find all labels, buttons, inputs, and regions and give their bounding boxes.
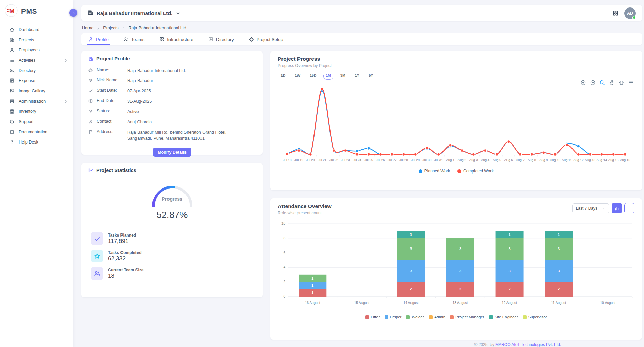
data-point[interactable] <box>356 150 358 152</box>
field-label: Address: <box>97 129 127 134</box>
data-point[interactable] <box>367 153 370 156</box>
range-1m[interactable]: 1M <box>325 73 332 78</box>
legend-fitter[interactable]: Fitter <box>365 315 380 319</box>
legend-site-engineer[interactable]: Site Engineer <box>489 315 518 319</box>
zoom-out-icon[interactable] <box>590 80 596 86</box>
sidebar-item-label: Projects <box>19 37 68 42</box>
legend-planned-work[interactable]: Planned Work <box>419 169 450 174</box>
data-point[interactable] <box>367 147 370 150</box>
tab-profile[interactable]: Profile <box>88 33 109 45</box>
data-point[interactable] <box>356 153 358 156</box>
data-point[interactable] <box>496 153 498 156</box>
bar-view-button[interactable] <box>612 203 622 213</box>
legend-welder[interactable]: Welder <box>406 315 424 319</box>
data-point[interactable] <box>565 144 568 146</box>
chart-menu-icon[interactable] <box>628 80 634 86</box>
data-point[interactable] <box>344 149 347 152</box>
sidebar-item-image-gallary[interactable]: Image Gallary <box>0 86 73 96</box>
date-range-dropdown[interactable]: Last 7 Days <box>572 203 609 213</box>
data-point[interactable] <box>437 153 440 156</box>
breadcrumb-separator <box>122 26 126 30</box>
legend-completed-work[interactable]: Completed Work <box>457 169 494 174</box>
apps-grid-icon[interactable] <box>612 10 619 16</box>
line-chart[interactable]: Jul 18Jul 19Jul 20Jul 21Jul 22Jul 23Jul … <box>278 82 634 168</box>
avatar[interactable]: AD <box>624 7 636 19</box>
range-1d[interactable]: 1D <box>280 73 286 78</box>
data-point[interactable] <box>507 140 510 143</box>
footer-link[interactable]: MARCO AIoT Technologies Pvt. Ltd. <box>495 342 561 347</box>
legend-swatch <box>406 315 410 319</box>
data-point[interactable] <box>519 153 521 156</box>
legend-admin[interactable]: Admin <box>429 315 446 319</box>
svg-text:2: 2 <box>459 287 461 291</box>
sidebar-item-expense[interactable]: Expense <box>0 76 73 86</box>
tab-directory[interactable]: Directory <box>208 33 234 45</box>
data-point[interactable] <box>554 153 557 156</box>
data-point[interactable] <box>577 145 580 148</box>
app-root: M PMS DashboardProjectsEmployeesActiviti… <box>0 0 644 347</box>
home-icon <box>9 27 15 32</box>
range-1y[interactable]: 1Y <box>354 73 360 78</box>
tab-infrastructure[interactable]: Infrastructure <box>159 33 193 45</box>
data-point[interactable] <box>484 149 486 152</box>
sidebar-item-projects[interactable]: Projects <box>0 35 73 45</box>
selection-zoom-icon[interactable] <box>599 80 605 86</box>
sidebar-item-documentation[interactable]: Documentation <box>0 127 73 137</box>
data-point[interactable] <box>321 88 323 90</box>
data-point[interactable] <box>425 147 428 149</box>
data-point[interactable] <box>577 153 580 156</box>
data-point[interactable] <box>391 153 393 156</box>
data-point[interactable] <box>309 153 312 156</box>
sidebar-menu: DashboardProjectsEmployeesActivitiesDire… <box>0 21 73 147</box>
tab-label: Directory <box>216 37 234 42</box>
range-5y[interactable]: 5Y <box>368 73 374 78</box>
image-icon <box>9 88 15 94</box>
data-point[interactable] <box>297 149 300 152</box>
data-point[interactable] <box>530 153 533 156</box>
sidebar-item-administration[interactable]: Administration <box>0 96 73 106</box>
logo[interactable]: M PMS <box>0 0 73 21</box>
sidebar-item-support[interactable]: Support <box>0 117 73 127</box>
modify-details-button[interactable]: Modify Details <box>153 148 191 157</box>
sidebar-item-inventory[interactable]: Inventory <box>0 106 73 117</box>
bar-chart[interactable]: 024681016 August11115 August14 August233… <box>278 220 634 314</box>
sidebar-item-directory[interactable]: Directory <box>0 65 73 76</box>
tab-project-setup[interactable]: Project Setup <box>249 33 283 45</box>
data-point[interactable] <box>600 153 603 156</box>
data-point[interactable] <box>402 153 405 156</box>
data-point[interactable] <box>286 153 289 155</box>
legend-project-manager[interactable]: Project Manager <box>450 315 484 319</box>
sidebar-item-employees[interactable]: Employees <box>0 45 73 55</box>
tab-teams[interactable]: Teams <box>124 33 144 45</box>
svg-text:8: 8 <box>283 236 285 240</box>
sidebar-item-help-desk[interactable]: Help Desk <box>0 137 73 147</box>
data-point[interactable] <box>449 144 452 147</box>
legend-helper[interactable]: Helper <box>385 315 402 319</box>
data-point[interactable] <box>461 149 463 152</box>
legend-swatch <box>385 315 388 319</box>
data-point[interactable] <box>472 153 475 156</box>
table-view-button[interactable] <box>624 203 634 213</box>
range-3m[interactable]: 3M <box>339 73 347 78</box>
sidebar-item-activities[interactable]: Activities <box>0 55 73 65</box>
data-point[interactable] <box>612 153 615 156</box>
legend-supervisor[interactable]: Supervisor <box>523 315 547 319</box>
data-point[interactable] <box>589 153 591 156</box>
range-15d[interactable]: 15D <box>309 73 317 78</box>
breadcrumb-item-home[interactable]: Home <box>82 26 93 30</box>
stat-value: 18 <box>108 273 143 280</box>
reset-zoom-icon[interactable] <box>618 80 624 86</box>
data-point[interactable] <box>624 153 626 156</box>
pan-icon[interactable] <box>609 80 615 86</box>
data-point[interactable] <box>379 153 382 156</box>
zoom-in-icon[interactable] <box>580 80 586 86</box>
sidebar-collapse-button[interactable] <box>69 9 77 17</box>
company-selector[interactable]: Raja Bahadur International Ltd. <box>87 10 180 17</box>
data-point[interactable] <box>542 151 545 154</box>
range-1w[interactable]: 1W <box>294 73 301 78</box>
breadcrumb-item-projects[interactable]: Projects <box>103 26 118 30</box>
copy-icon <box>9 119 15 124</box>
data-point[interactable] <box>414 153 417 156</box>
sidebar-item-dashboard[interactable]: Dashboard <box>0 25 73 35</box>
data-point[interactable] <box>332 149 335 152</box>
